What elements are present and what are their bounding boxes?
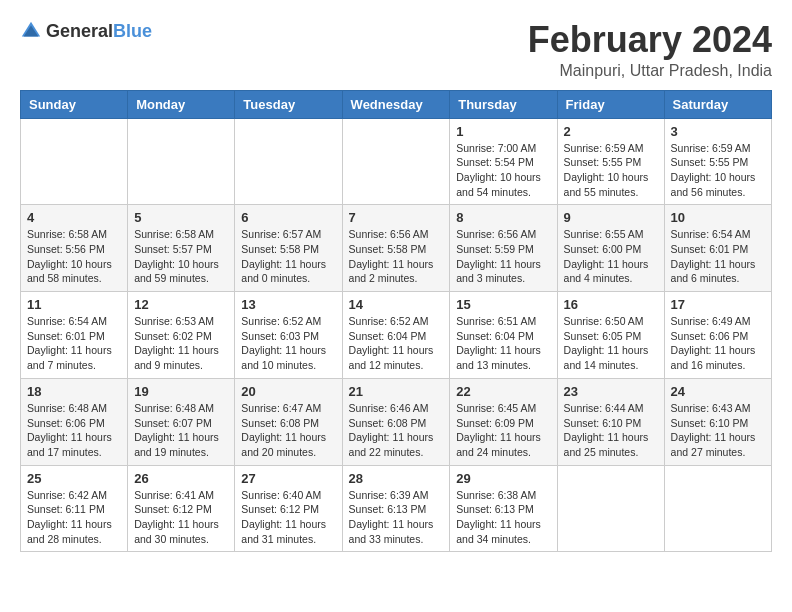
calendar-cell: 20Sunrise: 6:47 AM Sunset: 6:08 PM Dayli… [235, 378, 342, 465]
calendar-cell [342, 118, 450, 205]
calendar-cell: 25Sunrise: 6:42 AM Sunset: 6:11 PM Dayli… [21, 465, 128, 552]
day-number: 20 [241, 384, 335, 399]
day-number: 21 [349, 384, 444, 399]
day-info: Sunrise: 6:54 AM Sunset: 6:01 PM Dayligh… [27, 314, 121, 373]
header-monday: Monday [128, 90, 235, 118]
logo-icon [20, 20, 42, 42]
day-number: 29 [456, 471, 550, 486]
day-info: Sunrise: 6:49 AM Sunset: 6:06 PM Dayligh… [671, 314, 765, 373]
logo: GeneralBlue [20, 20, 152, 42]
calendar-header-row: SundayMondayTuesdayWednesdayThursdayFrid… [21, 90, 772, 118]
calendar-cell: 10Sunrise: 6:54 AM Sunset: 6:01 PM Dayli… [664, 205, 771, 292]
day-info: Sunrise: 7:00 AM Sunset: 5:54 PM Dayligh… [456, 141, 550, 200]
calendar-cell: 26Sunrise: 6:41 AM Sunset: 6:12 PM Dayli… [128, 465, 235, 552]
header-wednesday: Wednesday [342, 90, 450, 118]
calendar-cell: 15Sunrise: 6:51 AM Sunset: 6:04 PM Dayli… [450, 292, 557, 379]
day-info: Sunrise: 6:46 AM Sunset: 6:08 PM Dayligh… [349, 401, 444, 460]
day-number: 22 [456, 384, 550, 399]
header-sunday: Sunday [21, 90, 128, 118]
day-number: 15 [456, 297, 550, 312]
calendar-cell [128, 118, 235, 205]
day-info: Sunrise: 6:58 AM Sunset: 5:57 PM Dayligh… [134, 227, 228, 286]
calendar-cell: 16Sunrise: 6:50 AM Sunset: 6:05 PM Dayli… [557, 292, 664, 379]
calendar-cell: 22Sunrise: 6:45 AM Sunset: 6:09 PM Dayli… [450, 378, 557, 465]
page-header: GeneralBlue February 2024 Mainpuri, Utta… [20, 20, 772, 80]
calendar-cell: 4Sunrise: 6:58 AM Sunset: 5:56 PM Daylig… [21, 205, 128, 292]
calendar-cell: 13Sunrise: 6:52 AM Sunset: 6:03 PM Dayli… [235, 292, 342, 379]
week-row-5: 25Sunrise: 6:42 AM Sunset: 6:11 PM Dayli… [21, 465, 772, 552]
calendar-table: SundayMondayTuesdayWednesdayThursdayFrid… [20, 90, 772, 553]
day-info: Sunrise: 6:56 AM Sunset: 5:58 PM Dayligh… [349, 227, 444, 286]
day-info: Sunrise: 6:47 AM Sunset: 6:08 PM Dayligh… [241, 401, 335, 460]
calendar-cell: 9Sunrise: 6:55 AM Sunset: 6:00 PM Daylig… [557, 205, 664, 292]
day-info: Sunrise: 6:54 AM Sunset: 6:01 PM Dayligh… [671, 227, 765, 286]
calendar-cell: 17Sunrise: 6:49 AM Sunset: 6:06 PM Dayli… [664, 292, 771, 379]
day-number: 6 [241, 210, 335, 225]
day-info: Sunrise: 6:41 AM Sunset: 6:12 PM Dayligh… [134, 488, 228, 547]
day-number: 16 [564, 297, 658, 312]
day-info: Sunrise: 6:52 AM Sunset: 6:04 PM Dayligh… [349, 314, 444, 373]
day-info: Sunrise: 6:38 AM Sunset: 6:13 PM Dayligh… [456, 488, 550, 547]
calendar-cell: 2Sunrise: 6:59 AM Sunset: 5:55 PM Daylig… [557, 118, 664, 205]
calendar-cell: 24Sunrise: 6:43 AM Sunset: 6:10 PM Dayli… [664, 378, 771, 465]
day-info: Sunrise: 6:45 AM Sunset: 6:09 PM Dayligh… [456, 401, 550, 460]
day-number: 9 [564, 210, 658, 225]
week-row-1: 1Sunrise: 7:00 AM Sunset: 5:54 PM Daylig… [21, 118, 772, 205]
day-info: Sunrise: 6:40 AM Sunset: 6:12 PM Dayligh… [241, 488, 335, 547]
day-info: Sunrise: 6:48 AM Sunset: 6:07 PM Dayligh… [134, 401, 228, 460]
day-number: 3 [671, 124, 765, 139]
logo-text-general: General [46, 21, 113, 41]
day-number: 19 [134, 384, 228, 399]
day-info: Sunrise: 6:39 AM Sunset: 6:13 PM Dayligh… [349, 488, 444, 547]
calendar-cell: 21Sunrise: 6:46 AM Sunset: 6:08 PM Dayli… [342, 378, 450, 465]
day-number: 24 [671, 384, 765, 399]
day-info: Sunrise: 6:55 AM Sunset: 6:00 PM Dayligh… [564, 227, 658, 286]
day-info: Sunrise: 6:53 AM Sunset: 6:02 PM Dayligh… [134, 314, 228, 373]
calendar-title: February 2024 [528, 20, 772, 60]
day-info: Sunrise: 6:57 AM Sunset: 5:58 PM Dayligh… [241, 227, 335, 286]
day-info: Sunrise: 6:56 AM Sunset: 5:59 PM Dayligh… [456, 227, 550, 286]
title-section: February 2024 Mainpuri, Uttar Pradesh, I… [528, 20, 772, 80]
day-number: 11 [27, 297, 121, 312]
calendar-cell: 7Sunrise: 6:56 AM Sunset: 5:58 PM Daylig… [342, 205, 450, 292]
day-info: Sunrise: 6:50 AM Sunset: 6:05 PM Dayligh… [564, 314, 658, 373]
header-saturday: Saturday [664, 90, 771, 118]
day-number: 2 [564, 124, 658, 139]
day-info: Sunrise: 6:59 AM Sunset: 5:55 PM Dayligh… [671, 141, 765, 200]
day-info: Sunrise: 6:48 AM Sunset: 6:06 PM Dayligh… [27, 401, 121, 460]
day-number: 17 [671, 297, 765, 312]
day-number: 14 [349, 297, 444, 312]
day-number: 7 [349, 210, 444, 225]
day-number: 8 [456, 210, 550, 225]
day-number: 25 [27, 471, 121, 486]
day-number: 28 [349, 471, 444, 486]
logo-text-blue: Blue [113, 21, 152, 41]
calendar-cell: 1Sunrise: 7:00 AM Sunset: 5:54 PM Daylig… [450, 118, 557, 205]
day-info: Sunrise: 6:51 AM Sunset: 6:04 PM Dayligh… [456, 314, 550, 373]
calendar-cell: 23Sunrise: 6:44 AM Sunset: 6:10 PM Dayli… [557, 378, 664, 465]
day-number: 10 [671, 210, 765, 225]
day-number: 12 [134, 297, 228, 312]
calendar-cell: 19Sunrise: 6:48 AM Sunset: 6:07 PM Dayli… [128, 378, 235, 465]
calendar-cell: 14Sunrise: 6:52 AM Sunset: 6:04 PM Dayli… [342, 292, 450, 379]
header-friday: Friday [557, 90, 664, 118]
calendar-cell [664, 465, 771, 552]
calendar-cell [235, 118, 342, 205]
day-number: 23 [564, 384, 658, 399]
day-number: 18 [27, 384, 121, 399]
week-row-4: 18Sunrise: 6:48 AM Sunset: 6:06 PM Dayli… [21, 378, 772, 465]
calendar-cell: 3Sunrise: 6:59 AM Sunset: 5:55 PM Daylig… [664, 118, 771, 205]
week-row-2: 4Sunrise: 6:58 AM Sunset: 5:56 PM Daylig… [21, 205, 772, 292]
day-number: 1 [456, 124, 550, 139]
day-info: Sunrise: 6:42 AM Sunset: 6:11 PM Dayligh… [27, 488, 121, 547]
day-info: Sunrise: 6:43 AM Sunset: 6:10 PM Dayligh… [671, 401, 765, 460]
day-info: Sunrise: 6:58 AM Sunset: 5:56 PM Dayligh… [27, 227, 121, 286]
day-info: Sunrise: 6:52 AM Sunset: 6:03 PM Dayligh… [241, 314, 335, 373]
calendar-cell: 5Sunrise: 6:58 AM Sunset: 5:57 PM Daylig… [128, 205, 235, 292]
calendar-cell: 29Sunrise: 6:38 AM Sunset: 6:13 PM Dayli… [450, 465, 557, 552]
week-row-3: 11Sunrise: 6:54 AM Sunset: 6:01 PM Dayli… [21, 292, 772, 379]
day-info: Sunrise: 6:59 AM Sunset: 5:55 PM Dayligh… [564, 141, 658, 200]
calendar-cell: 27Sunrise: 6:40 AM Sunset: 6:12 PM Dayli… [235, 465, 342, 552]
calendar-subtitle: Mainpuri, Uttar Pradesh, India [528, 62, 772, 80]
calendar-cell: 8Sunrise: 6:56 AM Sunset: 5:59 PM Daylig… [450, 205, 557, 292]
